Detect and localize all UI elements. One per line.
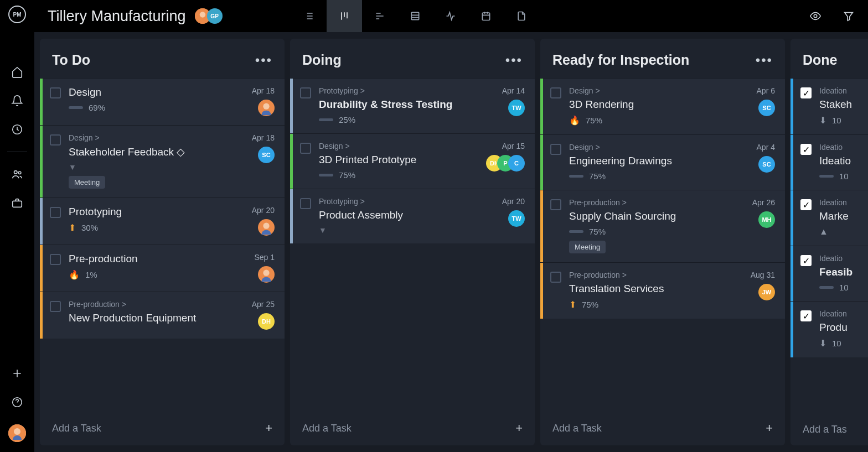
column-title: Ready for Inspection	[552, 52, 689, 68]
task-card[interactable]: ✓ Ideatio Feasib 10	[790, 246, 868, 301]
task-card[interactable]: Design 69% Apr 18	[40, 78, 285, 125]
header-avatar[interactable]: GP	[207, 8, 223, 24]
avatar[interactable]	[258, 219, 275, 236]
task-card[interactable]: Prototyping > Durability & Stress Testin…	[290, 78, 535, 133]
task-checkbox[interactable]	[50, 301, 61, 312]
card-percent: 25%	[339, 115, 355, 124]
task-checkbox[interactable]	[300, 198, 311, 209]
card-tag[interactable]: Meeting	[569, 241, 606, 253]
task-checkbox[interactable]	[300, 87, 311, 98]
task-checkbox[interactable]	[50, 254, 61, 265]
bell-icon[interactable]	[11, 94, 24, 107]
card-breadcrumb: Design >	[69, 133, 244, 142]
avatar[interactable]: JW	[758, 284, 775, 300]
task-card[interactable]: ✓ Ideation Marke ▲	[790, 190, 868, 246]
avatar[interactable]: DH	[258, 313, 275, 330]
task-card[interactable]: Prototyping > Product Assembly ▼ Apr 20 …	[290, 189, 535, 243]
avatar[interactable]: SC	[758, 100, 775, 116]
task-card[interactable]: Design > 3D Rendering 🔥75% Apr 6 SC	[540, 78, 785, 134]
task-checkbox[interactable]: ✓	[800, 199, 812, 210]
home-icon[interactable]	[11, 65, 24, 79]
task-checkbox[interactable]: ✓	[800, 87, 812, 98]
card-percent: 10	[839, 283, 849, 292]
task-card[interactable]: Pre-production > Translation Services ⬆7…	[540, 262, 785, 319]
list-view-icon[interactable]	[291, 0, 327, 32]
gantt-view-icon[interactable]	[362, 0, 397, 32]
task-checkbox[interactable]	[300, 143, 311, 154]
avatar[interactable]	[258, 100, 275, 116]
task-checkbox[interactable]: ✓	[800, 255, 812, 266]
column-more-icon[interactable]: •••	[255, 53, 272, 68]
task-card[interactable]: ✓ Ideation Stakeh ⬇10	[790, 78, 868, 134]
task-checkbox[interactable]	[50, 207, 61, 218]
task-checkbox[interactable]	[50, 87, 61, 98]
task-card[interactable]: Pre-production 🔥1% Sep 1	[40, 245, 285, 292]
card-title: New Production Equipment	[69, 312, 244, 324]
calendar-icon[interactable]	[468, 0, 504, 32]
filter-icon[interactable]	[843, 10, 855, 22]
column-more-icon[interactable]: •••	[756, 53, 773, 68]
card-title: Stakeh	[819, 98, 868, 111]
card-content: Design > Engineering Drawings 75%	[569, 143, 749, 181]
svg-point-17	[263, 270, 269, 276]
card-percent: 75%	[339, 170, 355, 180]
task-checkbox[interactable]	[550, 272, 561, 283]
avatar[interactable]: SC	[758, 156, 775, 173]
board-view-icon[interactable]	[327, 0, 362, 32]
clock-icon[interactable]	[11, 123, 24, 136]
avatar[interactable]: TW	[508, 210, 525, 227]
add-task-button[interactable]: Add a Task +	[540, 411, 785, 445]
avatar[interactable]	[258, 266, 275, 283]
board-area[interactable]: To Do ••• Design 69% Apr 18	[34, 32, 868, 452]
task-card[interactable]: ✓ Ideatio Ideatio 10	[790, 134, 868, 190]
task-card[interactable]: Design > Engineering Drawings 75% Apr 4 …	[540, 134, 785, 190]
task-checkbox[interactable]: ✓	[800, 144, 812, 155]
card-stripe	[790, 135, 793, 190]
card-meta: Apr 6 SC	[757, 86, 775, 126]
card-breadcrumb: Pre-production >	[569, 198, 745, 207]
add-task-button[interactable]: Add a Tas	[790, 414, 868, 445]
task-checkbox[interactable]	[550, 199, 561, 210]
chevron-down-icon[interactable]: ▼	[69, 163, 244, 172]
plus-icon[interactable]	[11, 367, 24, 380]
file-icon[interactable]	[504, 0, 539, 32]
progress-row: ⬆30%	[69, 222, 244, 233]
task-card[interactable]: Pre-production > Supply Chain Sourcing 7…	[540, 190, 785, 262]
avatar[interactable]: MH	[758, 211, 775, 228]
column-more-icon[interactable]: •••	[505, 53, 523, 68]
progress-row: 10	[819, 172, 868, 181]
avatar[interactable]: C	[508, 155, 525, 172]
view-tabs	[291, 0, 539, 32]
column-title: Doing	[302, 52, 342, 68]
add-task-button[interactable]: Add a Task +	[290, 411, 535, 445]
card-title: Engineering Drawings	[569, 155, 749, 167]
self-avatar[interactable]	[8, 424, 26, 442]
table-view-icon[interactable]	[397, 0, 433, 32]
card-percent: 30%	[81, 223, 98, 232]
header-avatars[interactable]: GP	[198, 8, 223, 24]
card-content: Pre-production 🔥1%	[69, 253, 246, 283]
task-card[interactable]: Design > Stakeholder Feedback ◇ ▼ Meetin…	[40, 125, 285, 198]
add-task-button[interactable]: Add a Task +	[40, 411, 285, 445]
avatar[interactable]: SC	[258, 147, 275, 163]
avatar[interactable]: TW	[508, 100, 525, 116]
card-content: Ideation Produ ⬇10	[819, 309, 868, 349]
task-card[interactable]: Design > 3D Printed Prototype 75% Apr 15…	[290, 133, 535, 189]
people-icon[interactable]	[11, 168, 24, 181]
task-card[interactable]: Prototyping ⬆30% Apr 20	[40, 198, 285, 245]
task-checkbox[interactable]: ✓	[800, 310, 812, 321]
card-tag[interactable]: Meeting	[69, 176, 105, 189]
pm-logo[interactable]: PM	[8, 6, 26, 23]
briefcase-icon[interactable]	[11, 196, 24, 210]
task-card[interactable]: Pre-production > New Production Equipmen…	[40, 292, 285, 339]
task-checkbox[interactable]	[550, 87, 561, 98]
task-checkbox[interactable]	[550, 144, 561, 155]
activity-icon[interactable]	[433, 0, 468, 32]
chevron-down-icon[interactable]: ▼	[319, 226, 494, 235]
card-breadcrumb: Ideatio	[819, 143, 868, 152]
help-icon[interactable]	[11, 396, 24, 409]
task-card[interactable]: ✓ Ideation Produ ⬇10	[790, 301, 868, 357]
eye-icon[interactable]	[809, 10, 822, 22]
card-avatars[interactable]: DHPC	[486, 155, 525, 172]
task-checkbox[interactable]	[50, 134, 61, 146]
